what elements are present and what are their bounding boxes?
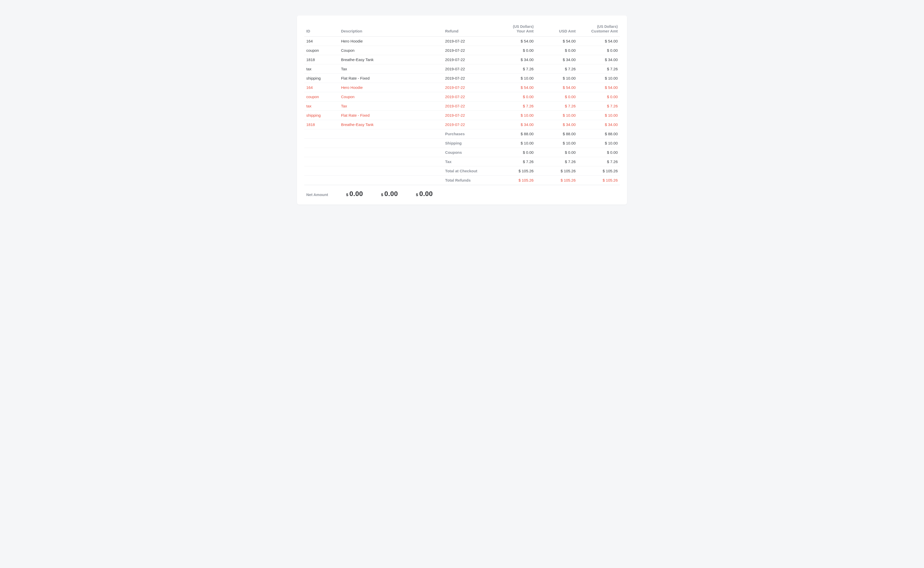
net-amount-customer: $0.00 (416, 190, 433, 198)
row-id: shipping (304, 74, 339, 83)
summary-blank (339, 157, 443, 166)
row-customer-amt: $ 34.00 (578, 120, 620, 129)
summary-usd-amt: $ 105.26 (536, 166, 578, 176)
row-id: 1818 (304, 55, 339, 64)
net-amount-label: Net Amount (306, 192, 328, 197)
row-your-amt: $ 54.00 (494, 36, 535, 46)
row-your-amt: $ 7.26 (494, 101, 535, 111)
row-id: 164 (304, 36, 339, 46)
summary-usd-amt: $ 88.00 (536, 129, 578, 139)
row-description: Breathe-Easy Tank (339, 120, 443, 129)
row-description: Breathe-Easy Tank (339, 55, 443, 64)
row-your-amt: $ 10.00 (494, 74, 535, 83)
header-usd-amt: USD Amt (536, 22, 578, 36)
row-customer-amt: $ 34.00 (578, 55, 620, 64)
summary-blank (304, 148, 339, 157)
row-your-amt: $ 34.00 (494, 55, 535, 64)
row-description: Tax (339, 64, 443, 74)
summary-customer-amt: $ 10.00 (578, 139, 620, 148)
row-description: Coupon (339, 92, 443, 101)
row-usd-amt: $ 54.00 (536, 83, 578, 92)
row-refund-date: 2019-07-22 (443, 74, 494, 83)
net-amount-usd: $0.00 (381, 190, 398, 198)
header-your-amt-label: Your Amt (517, 29, 534, 33)
summary-label: Tax (443, 157, 494, 166)
header-customer-amt-sub: (US Dollars) (580, 24, 618, 29)
row-id: shipping (304, 111, 339, 120)
table-row: taxTax2019-07-22$ 7.26$ 7.26$ 7.26 (304, 101, 620, 111)
table-row: shippingFlat Rate - Fixed2019-07-22$ 10.… (304, 74, 620, 83)
summary-your-amt: $ 88.00 (494, 129, 535, 139)
row-usd-amt: $ 0.00 (536, 92, 578, 101)
table-row: 1818Breathe-Easy Tank2019-07-22$ 34.00$ … (304, 120, 620, 129)
summary-label: Shipping (443, 139, 494, 148)
header-id: ID (304, 22, 339, 36)
summary-blank (339, 166, 443, 176)
row-refund-date: 2019-07-22 (443, 46, 494, 55)
summary-row: Purchases$ 88.00$ 88.00$ 88.00 (304, 129, 620, 139)
row-customer-amt: $ 54.00 (578, 83, 620, 92)
row-id: coupon (304, 46, 339, 55)
row-refund-date: 2019-07-22 (443, 64, 494, 74)
net-currency: $ (346, 192, 348, 197)
summary-customer-amt: $ 0.00 (578, 148, 620, 157)
refund-card: ID Description Refund (US Dollars) Your … (297, 15, 627, 204)
summary-usd-amt: $ 7.26 (536, 157, 578, 166)
row-customer-amt: $ 10.00 (578, 111, 620, 120)
row-description: Tax (339, 101, 443, 111)
row-usd-amt: $ 0.00 (536, 46, 578, 55)
table-row: taxTax2019-07-22$ 7.26$ 7.26$ 7.26 (304, 64, 620, 74)
net-currency: $ (381, 192, 383, 197)
summary-blank (339, 129, 443, 139)
summary-blank (339, 148, 443, 157)
row-description: Coupon (339, 46, 443, 55)
row-id: 1818 (304, 120, 339, 129)
row-refund-date: 2019-07-22 (443, 111, 494, 120)
header-your-amt: (US Dollars) Your Amt (494, 22, 535, 36)
row-usd-amt: $ 7.26 (536, 101, 578, 111)
row-id: 164 (304, 83, 339, 92)
summary-blank (339, 139, 443, 148)
table-row: 1818Breathe-Easy Tank2019-07-22$ 34.00$ … (304, 55, 620, 64)
row-customer-amt: $ 0.00 (578, 92, 620, 101)
header-customer-amt-label: Customer Amt (591, 29, 618, 33)
row-refund-date: 2019-07-22 (443, 36, 494, 46)
net-your-value: 0.00 (349, 190, 363, 198)
row-usd-amt: $ 10.00 (536, 74, 578, 83)
row-refund-date: 2019-07-22 (443, 55, 494, 64)
row-usd-amt: $ 10.00 (536, 111, 578, 120)
summary-your-amt: $ 105.26 (494, 166, 535, 176)
summary-your-amt: $ 7.26 (494, 157, 535, 166)
summary-your-amt: $ 105.26 (494, 176, 535, 185)
summary-customer-amt: $ 105.26 (578, 166, 620, 176)
row-refund-date: 2019-07-22 (443, 120, 494, 129)
summary-blank (304, 157, 339, 166)
summary-label: Total at Checkout (443, 166, 494, 176)
summary-usd-amt: $ 105.26 (536, 176, 578, 185)
row-your-amt: $ 0.00 (494, 92, 535, 101)
header-refund: Refund (443, 22, 494, 36)
summary-row: Shipping$ 10.00$ 10.00$ 10.00 (304, 139, 620, 148)
summary-row: Tax$ 7.26$ 7.26$ 7.26 (304, 157, 620, 166)
table-row: shippingFlat Rate - Fixed2019-07-22$ 10.… (304, 111, 620, 120)
row-your-amt: $ 0.00 (494, 46, 535, 55)
table-row: 164Hero Hoodie2019-07-22$ 54.00$ 54.00$ … (304, 36, 620, 46)
row-your-amt: $ 10.00 (494, 111, 535, 120)
row-refund-date: 2019-07-22 (443, 92, 494, 101)
row-usd-amt: $ 34.00 (536, 55, 578, 64)
row-customer-amt: $ 10.00 (578, 74, 620, 83)
table-row: couponCoupon2019-07-22$ 0.00$ 0.00$ 0.00 (304, 46, 620, 55)
row-your-amt: $ 54.00 (494, 83, 535, 92)
summary-label: Coupons (443, 148, 494, 157)
summary-label: Total Refunds (443, 176, 494, 185)
summary-label: Purchases (443, 129, 494, 139)
summary-blank (304, 176, 339, 185)
table-body: 164Hero Hoodie2019-07-22$ 54.00$ 54.00$ … (304, 36, 620, 185)
summary-row: Coupons$ 0.00$ 0.00$ 0.00 (304, 148, 620, 157)
row-id: tax (304, 64, 339, 74)
row-customer-amt: $ 7.26 (578, 64, 620, 74)
row-your-amt: $ 34.00 (494, 120, 535, 129)
summary-blank (339, 176, 443, 185)
net-currency: $ (416, 192, 418, 197)
summary-row: Total Refunds$ 105.26$ 105.26$ 105.26 (304, 176, 620, 185)
